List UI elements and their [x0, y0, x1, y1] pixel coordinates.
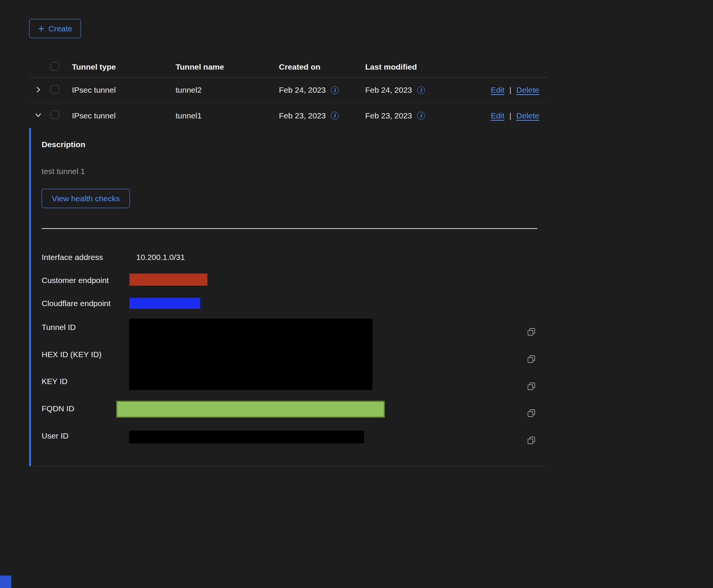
- cell-created-on: Feb 24, 2023: [279, 86, 326, 95]
- cell-tunnel-name: tunnel1: [176, 111, 279, 120]
- info-icon[interactable]: [417, 86, 425, 94]
- header-created-on: Created on: [279, 62, 365, 72]
- cell-tunnel-type: IPsec tunnel: [72, 111, 176, 120]
- user-id-label: User ID: [42, 431, 68, 440]
- cell-last-modified: Feb 24, 2023: [365, 86, 412, 95]
- copy-key-id-button[interactable]: [526, 382, 536, 392]
- plus-icon: [38, 25, 45, 32]
- ipsec-tunnels-page: Create Tunnel type Tunnel name Created o…: [0, 0, 713, 588]
- actions-separator: |: [509, 111, 511, 120]
- copy-hex-id-button[interactable]: [526, 355, 536, 364]
- interface-address-label: Interface address: [42, 253, 103, 262]
- customer-endpoint-label: Customer endpoint: [42, 276, 109, 285]
- user-id-redacted-value: [129, 431, 364, 443]
- scroll-indicator: [0, 576, 11, 588]
- row-checkbox[interactable]: [51, 110, 59, 119]
- copy-icon: [527, 440, 536, 446]
- info-icon[interactable]: [331, 86, 339, 94]
- create-button-label: Create: [48, 24, 72, 33]
- delete-link[interactable]: Delete: [516, 111, 539, 120]
- edit-link[interactable]: Edit: [491, 86, 504, 95]
- chevron-right-icon: [35, 86, 42, 94]
- info-icon[interactable]: [417, 112, 425, 120]
- cloudflare-endpoint-label: Cloudflare endpoint: [42, 299, 111, 308]
- create-button[interactable]: Create: [29, 19, 81, 38]
- copy-icon: [527, 413, 536, 419]
- collapse-row-button[interactable]: [33, 111, 43, 121]
- copy-fqdn-id-button[interactable]: [526, 409, 536, 418]
- description-value: test tunnel 1: [42, 167, 85, 176]
- expand-row-button[interactable]: [33, 85, 43, 95]
- cell-tunnel-name: tunnel2: [176, 86, 279, 95]
- table-header-row: Tunnel type Tunnel name Created on Last …: [29, 57, 549, 78]
- panel-divider: [42, 228, 537, 229]
- fqdn-id-redacted-value: [116, 401, 385, 418]
- tunnel-detail-panel: Description test tunnel 1 View health ch…: [29, 128, 549, 467]
- tunnels-table: Tunnel type Tunnel name Created on Last …: [29, 57, 549, 128]
- fqdn-id-label: FQDN ID: [42, 404, 74, 413]
- header-last-modified: Last modified: [365, 62, 460, 72]
- table-row: IPsec tunnel tunnel1 Feb 23, 2023 Feb 23…: [29, 103, 549, 128]
- cell-last-modified: Feb 23, 2023: [365, 111, 412, 120]
- copy-icon: [527, 386, 536, 392]
- interface-address-value: 10.200.1.0/31: [136, 253, 185, 262]
- info-icon[interactable]: [331, 112, 339, 120]
- key-id-label: KEY ID: [42, 377, 67, 386]
- header-tunnel-type: Tunnel type: [72, 62, 176, 72]
- copy-icon: [527, 332, 536, 338]
- row-checkbox[interactable]: [51, 85, 59, 93]
- cell-created-on: Feb 23, 2023: [279, 111, 326, 120]
- view-health-checks-button[interactable]: View health checks: [42, 189, 130, 208]
- cloudflare-endpoint-redacted-value: [129, 298, 200, 309]
- delete-link[interactable]: Delete: [516, 86, 539, 95]
- copy-tunnel-id-button[interactable]: [526, 327, 536, 337]
- tunnel-id-label: Tunnel ID: [42, 323, 76, 332]
- cell-tunnel-type: IPsec tunnel: [72, 86, 176, 95]
- actions-separator: |: [509, 86, 511, 95]
- select-all-checkbox[interactable]: [51, 62, 59, 70]
- ids-redacted-value: [129, 319, 372, 390]
- copy-icon: [527, 359, 536, 365]
- hex-id-label: HEX ID (KEY ID): [42, 350, 101, 359]
- chevron-down-icon: [35, 112, 42, 120]
- panel-accent-bar: [29, 128, 31, 466]
- table-row: IPsec tunnel tunnel2 Feb 24, 2023 Feb 24…: [29, 78, 549, 103]
- header-tunnel-name: Tunnel name: [176, 62, 279, 72]
- customer-endpoint-redacted-value: [129, 274, 207, 286]
- copy-user-id-button[interactable]: [526, 436, 536, 446]
- edit-link[interactable]: Edit: [491, 111, 504, 120]
- description-label: Description: [42, 140, 86, 149]
